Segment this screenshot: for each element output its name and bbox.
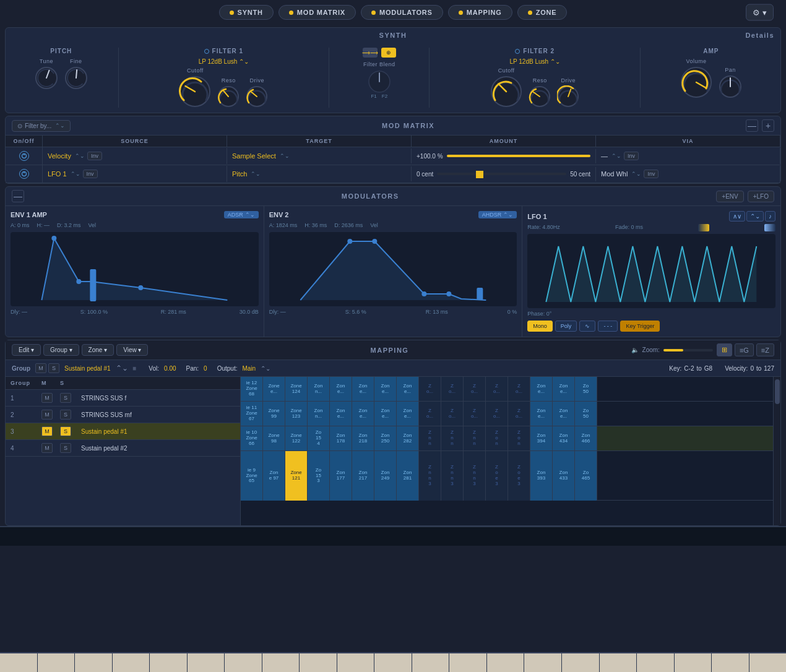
mm-row2-source-inv[interactable]: Inv xyxy=(83,170,98,178)
zone-grid[interactable]: ie 12Zone68 Zonee... Zone124 Zonn... Zon… xyxy=(241,377,773,525)
zone-r2-c15[interactable]: Zone... xyxy=(553,402,575,426)
group-s-btn[interactable]: S xyxy=(48,363,59,373)
mm-row2-power[interactable] xyxy=(19,169,29,179)
zone-r2-c11[interactable]: Zo... xyxy=(464,402,486,426)
zone-r1-c13[interactable]: Zo... xyxy=(508,377,530,401)
details-button[interactable]: Details xyxy=(745,32,774,39)
zone-r4-c8[interactable]: Zon281 xyxy=(397,451,419,501)
output-arrow[interactable]: ⌃⌄ xyxy=(261,365,270,372)
zone-r3-c7[interactable]: Zon250 xyxy=(374,426,397,450)
zone-r1-c1[interactable]: ie 12Zone68 xyxy=(241,377,263,401)
gear-button[interactable]: ⚙ ▾ xyxy=(746,4,774,21)
zone-r3-c14[interactable]: Zon394 xyxy=(530,426,553,450)
zone-r2-c4[interactable]: Zonn... xyxy=(308,402,330,426)
filter2-cutoff-knob[interactable] xyxy=(490,75,522,108)
group-row4-m[interactable]: M xyxy=(41,443,53,453)
zone-r1-c8[interactable]: Zone... xyxy=(397,377,419,401)
zone-r3-c6[interactable]: Zon218 xyxy=(352,426,374,450)
zone-r2-c1[interactable]: ie 11Zone67 xyxy=(241,402,263,426)
lfo1-note-btn[interactable]: ♪ xyxy=(765,211,775,222)
env2-display[interactable] xyxy=(269,232,517,306)
filter-dropdown[interactable]: ⊙ Filter by... ⌃⌄ xyxy=(12,120,71,132)
group-row3-m[interactable]: M xyxy=(41,426,53,436)
view-alt-btn[interactable]: ≡Z xyxy=(756,343,774,356)
zone-r2-c14[interactable]: Zone... xyxy=(530,402,553,426)
zone-r2-c9[interactable]: Zo... xyxy=(419,402,441,426)
mm-row1-via-inv[interactable]: Inv xyxy=(624,152,639,160)
edit-btn[interactable]: Edit ▾ xyxy=(12,344,41,356)
zone-r1-c14[interactable]: Zone... xyxy=(530,377,553,401)
zone-r2-c8[interactable]: Zone... xyxy=(397,402,419,426)
zone-r1-c12[interactable]: Zo... xyxy=(486,377,508,401)
mm-row1-power[interactable] xyxy=(19,151,29,161)
zone-r2-c3[interactable]: Zone123 xyxy=(285,402,308,426)
mm-row1-via-arrow[interactable]: ⌃⌄ xyxy=(611,153,621,159)
zone-r1-c4[interactable]: Zonn... xyxy=(308,377,330,401)
env-add-btn[interactable]: +ENV xyxy=(716,191,743,202)
view-grid-btn[interactable]: ⊞ xyxy=(717,343,732,356)
zone-r3-c10[interactable]: Znn xyxy=(441,426,464,450)
zone-r1-c11[interactable]: Zo... xyxy=(464,377,486,401)
lfo1-fade-icon-inv[interactable] xyxy=(764,224,775,231)
lfo1-dash-btn[interactable]: - - - xyxy=(598,321,618,332)
tab-mapping[interactable]: MAPPING xyxy=(448,5,512,20)
tab-modulators[interactable]: MODULATORS xyxy=(361,5,443,20)
zone-r3-c11[interactable]: Znn xyxy=(464,426,486,450)
speaker-icon[interactable]: 🔈 xyxy=(631,347,639,353)
group-m-btn[interactable]: M xyxy=(35,363,46,373)
zone-r4-c14[interactable]: Zon393 xyxy=(530,451,553,501)
env2-type-badge[interactable]: AHDSR ⌃⌄ xyxy=(478,211,517,218)
zone-r2-c7[interactable]: Zone... xyxy=(374,402,397,426)
pan-knob[interactable] xyxy=(719,75,742,98)
zone-r1-c5[interactable]: Zone... xyxy=(330,377,352,401)
zone-r2-c16[interactable]: Zo50 xyxy=(575,402,597,426)
zone-r1-c9[interactable]: Zo... xyxy=(419,377,441,401)
filter2-power[interactable] xyxy=(515,49,520,54)
zone-r4-c7[interactable]: Zon249 xyxy=(374,451,397,501)
zone-r4-c1[interactable]: ie 9Zone65 xyxy=(241,451,263,501)
mm-minus-btn[interactable]: — xyxy=(746,119,758,132)
mm-plus-btn[interactable]: + xyxy=(762,119,774,132)
modulators-minus-btn[interactable]: — xyxy=(12,190,24,202)
zone-r1-c2[interactable]: Zonee... xyxy=(263,377,285,401)
filter1-drive-knob[interactable] xyxy=(246,85,268,108)
zone-r3-c1[interactable]: ie 10Zone66 xyxy=(241,426,263,450)
tab-zone[interactable]: ZONE xyxy=(517,5,568,20)
view-list-btn[interactable]: ≡G xyxy=(735,343,754,356)
filter2-type[interactable]: LP 12dB Lush ⌃⌄ xyxy=(509,58,559,65)
mm-row1-source-inv[interactable]: Inv xyxy=(87,152,102,160)
lfo-add-btn[interactable]: +LFO xyxy=(748,191,774,202)
zone-r1-c7[interactable]: Zone... xyxy=(374,377,397,401)
group-row3-s[interactable]: S xyxy=(60,426,71,436)
filter1-cutoff-knob[interactable] xyxy=(179,75,211,108)
group-btn[interactable]: Group ▾ xyxy=(43,344,79,356)
tune-knob[interactable] xyxy=(35,66,58,90)
zone-r4-c4[interactable]: Zo153 xyxy=(308,451,330,501)
filter2-drive-knob[interactable] xyxy=(557,85,579,108)
lfo1-wave-select[interactable]: ⌃⌄ xyxy=(746,211,764,222)
zone-r4-c3[interactable]: Zone121 xyxy=(285,451,308,501)
zone-r2-c5[interactable]: Zone... xyxy=(330,402,352,426)
zone-r3-c16[interactable]: Zon466 xyxy=(575,426,597,450)
group-row2-m[interactable]: M xyxy=(41,410,53,420)
group-row4-s[interactable]: S xyxy=(60,443,71,453)
mm-row2-source-arrow[interactable]: ⌃⌄ xyxy=(71,171,80,177)
env1-type-badge[interactable]: ADSR ⌃⌄ xyxy=(224,211,259,218)
mm-row2-target-arrow[interactable]: ⌃⌄ xyxy=(251,171,261,177)
env1-display[interactable] xyxy=(11,232,259,306)
zone-r4-c10[interactable]: Znn3 xyxy=(441,451,464,501)
filter1-reso-knob[interactable] xyxy=(217,85,240,108)
zone-r4-c6[interactable]: Zon217 xyxy=(352,451,374,501)
zone-r1-c3[interactable]: Zone124 xyxy=(285,377,308,401)
zone-r2-c6[interactable]: Zone... xyxy=(352,402,374,426)
filter2-reso-knob[interactable] xyxy=(529,85,551,108)
group-row1-m[interactable]: M xyxy=(41,393,53,403)
parallel-icon[interactable]: ⊕ xyxy=(381,48,396,58)
mm-row2-via-arrow[interactable]: ⌃⌄ xyxy=(631,171,641,177)
zone-r3-c13[interactable]: Zon xyxy=(508,426,530,450)
zone-r1-c16[interactable]: Zo50 xyxy=(575,377,597,401)
zoom-slider[interactable] xyxy=(663,349,713,351)
mm-row1-target-arrow[interactable]: ⌃⌄ xyxy=(280,153,290,159)
mm-row1-bar-track[interactable] xyxy=(447,155,590,157)
zone-r3-c9[interactable]: Znn xyxy=(419,426,441,450)
